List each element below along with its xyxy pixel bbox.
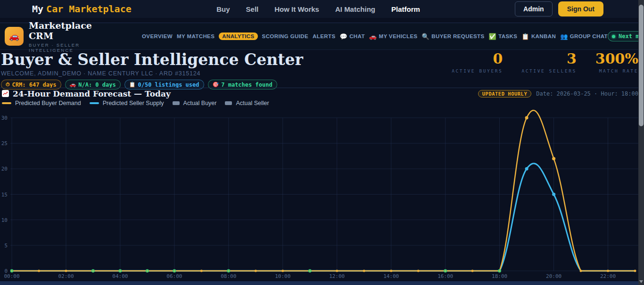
green-dot-icon [612,35,615,38]
forecast-meta: UPDATED HOURLY Date: 2026-03-25 · Hour: … [478,90,638,98]
badge-text: CRM: 647 days [12,81,57,88]
stat-value: 300% [595,51,638,67]
hero-section: Buyer & Seller Intelligence Center WELCO… [0,50,644,88]
legend-item-actual-buyer[interactable]: Actual Buyer [173,100,217,106]
svg-text:10:00: 10:00 [275,273,290,279]
badge-text: 7 matches found [221,81,272,88]
svg-text:22:00: 22:00 [600,273,616,279]
forecast-date-text: Date: 2026-03-25 · Hour: 18:00 [536,90,638,97]
crm-titles: Marketplace CRM BUYER · SELLER INTELLIGE… [29,20,117,53]
admin-button[interactable]: Admin [515,1,553,16]
crm-nav-item-chat[interactable]: 💬CHAT [340,33,365,40]
crm-nav-item-kanban[interactable]: 📋KANBAN [521,33,556,40]
crm-nav-label: GROUP CHAT [570,33,608,39]
svg-text:02:00: 02:00 [58,273,74,279]
brand-prefix: My [32,3,43,15]
crm-nav-item-overview[interactable]: OVERVIEW [142,33,173,39]
svg-text:00:00: 00:00 [4,273,19,279]
nav-item-sell[interactable]: Sell [246,5,259,13]
bottom-section-edge [0,281,644,285]
svg-text:15: 15 [1,192,8,198]
stat-match-rate: 300%MATCH RATE [595,51,638,73]
stat-label: MATCH RATE [595,68,638,73]
scrollbar-down-arrow[interactable] [639,280,643,283]
badge-text: 0/50 listings used [138,81,199,88]
clipboard-icon: 📋 [521,33,529,40]
svg-text:14:00: 14:00 [383,273,399,279]
legend-swatch-icon [2,102,11,104]
crm-nav-item-analytics[interactable]: ANALYTICS [219,33,257,40]
chart-increasing-icon [2,90,9,97]
car-icon: 🚗 [369,33,377,40]
stopwatch-icon: ⏱ [6,81,10,88]
crm-nav-label: OVERVIEW [142,33,173,39]
crm-nav-label: KANBAN [531,33,556,39]
speech-balloon-icon: 💬 [340,33,348,40]
nav-item-ai-matching[interactable]: AI Matching [335,5,375,13]
crm-nav-item-alerts[interactable]: ALERTS [313,33,335,39]
stat-value: 0 [452,51,503,67]
hero-stats: 0ACTIVE BUYERS3ACTIVE SELLERS300%MATCH R… [452,51,638,73]
svg-text:12:00: 12:00 [329,273,345,279]
crm-nav-item-scoring-guide[interactable]: SCORING GUIDE [262,33,309,39]
svg-text:04:00: 04:00 [112,273,128,279]
svg-text:18:00: 18:00 [492,273,507,279]
svg-text:16:00: 16:00 [438,273,453,279]
legend-item-predicted-buyer-demand[interactable]: Predicted Buyer Demand [2,100,81,106]
legend-label: Predicted Buyer Demand [15,100,81,106]
crm-nav-item-group-chat[interactable]: 👥GROUP CHAT [560,33,608,40]
crm-app-icon: 🚗 [5,27,24,46]
crm-nav-item-tasks[interactable]: ✅TASKS [489,33,518,40]
legend-item-predicted-seller-supply[interactable]: Predicted Seller Supply [90,100,164,106]
svg-text:20: 20 [1,166,8,172]
crm-nav-label: CHAT [349,33,365,39]
legend-label: Actual Buyer [183,100,217,106]
nav-item-platform[interactable]: Platform [391,5,420,13]
crm-nav-item-buyer-requests[interactable]: 🔍BUYER REQUESTS [422,33,485,40]
crm-nav-label: MY MATCHES [177,33,215,39]
svg-text:06:00: 06:00 [166,273,182,279]
legend-label: Actual Seller [236,100,269,106]
main-nav: BuySellHow It WorksAI MatchingPlatform [216,0,420,18]
crm-nav-item-my-vehicles[interactable]: 🚗MY VEHICLES [369,33,418,40]
car-icon: 🚗 [9,31,19,41]
car-icon: 🚗 [70,81,76,88]
brand-logo[interactable]: MyCar Marketplace [32,3,132,15]
forecast-header: 24-Hour Demand Forecast — Today UPDATED … [0,88,644,99]
crm-bar: 🚗 Marketplace CRM BUYER · SELLER INTELLI… [0,23,644,50]
crm-nav-label: ANALYTICS [222,33,254,39]
svg-text:08:00: 08:00 [221,273,236,279]
magnifier-icon: 🔍 [422,33,430,40]
stat-active-buyers: 0ACTIVE BUYERS [452,51,503,73]
check-icon: ✅ [489,33,497,40]
nav-item-buy[interactable]: Buy [216,5,230,13]
updated-hourly-badge: UPDATED HOURLY [478,90,532,98]
scrollbar-thumb[interactable] [639,5,644,126]
people-icon: 👥 [560,33,568,40]
svg-text:5: 5 [4,243,8,249]
legend-label: Predicted Seller Supply [103,100,164,106]
legend-swatch-icon [225,101,232,105]
legend-item-actual-seller[interactable]: Actual Seller [225,100,269,106]
crm-nav-label: BUYER REQUESTS [431,33,484,39]
crm-nav-label: TASKS [498,33,517,39]
crm-nav-label: ALERTS [313,33,335,39]
stat-label: ACTIVE SELLERS [521,68,576,73]
scrollbar[interactable] [638,0,644,285]
brand-rest: Car Marketplace [46,3,132,15]
nav-item-how-it-works[interactable]: How It Works [274,5,319,13]
crm-nav: OVERVIEWMY MATCHESANALYTICSSCORING GUIDE… [142,33,608,40]
clipboard-icon: 📋 [129,81,136,88]
target-icon: 🎯 [213,81,219,88]
header-actions: Admin Sign Out [515,1,603,16]
signout-button[interactable]: Sign Out [558,1,603,16]
demand-forecast-chart: 05101520253000:0002:0004:0006:0008:0010:… [0,107,644,281]
top-header: MyCar Marketplace BuySellHow It WorksAI … [0,0,644,18]
forecast-title: 24-Hour Demand Forecast — Today [13,89,171,98]
crm-nav-label: SCORING GUIDE [262,33,309,39]
svg-text:30: 30 [1,115,8,121]
svg-text:10: 10 [1,217,8,223]
stat-label: ACTIVE BUYERS [452,68,503,73]
crm-nav-item-my-matches[interactable]: MY MATCHES [177,33,215,39]
crm-nav-label: MY VEHICLES [379,33,417,39]
